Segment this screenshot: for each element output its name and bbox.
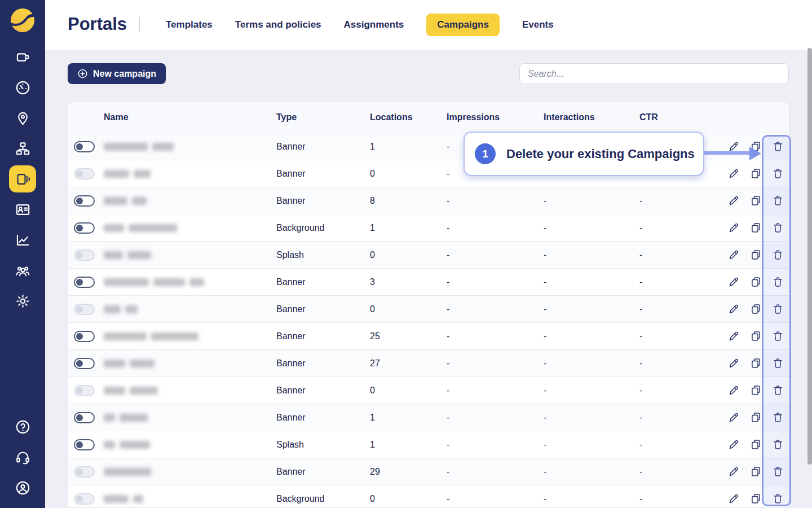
sidebar-item-account[interactable] — [9, 474, 36, 501]
tab-events[interactable]: Events — [522, 14, 554, 36]
delete-button[interactable] — [772, 411, 784, 423]
campaign-impressions: - — [447, 277, 544, 287]
campaign-enabled-toggle[interactable] — [74, 277, 95, 288]
campaign-enabled-toggle[interactable] — [74, 195, 95, 207]
sidebar-item-portals[interactable] — [9, 165, 36, 192]
sidebar-item-analytics[interactable] — [9, 226, 36, 253]
new-campaign-button[interactable]: New campaign — [68, 63, 166, 84]
duplicate-button[interactable] — [750, 276, 762, 288]
duplicate-button[interactable] — [750, 357, 762, 369]
delete-button[interactable] — [772, 357, 784, 369]
campaign-interactions: - — [544, 196, 639, 206]
duplicate-button[interactable] — [750, 466, 762, 478]
row-actions — [722, 357, 789, 369]
duplicate-button[interactable] — [750, 411, 762, 423]
page-title: Portals — [68, 14, 127, 34]
duplicate-button[interactable] — [750, 493, 762, 505]
campaign-ctr: - — [639, 358, 722, 369]
edit-button[interactable] — [728, 439, 740, 450]
campaign-type: Splash — [276, 250, 370, 260]
campaign-enabled-toggle[interactable] — [74, 249, 95, 261]
campaign-impressions: - — [447, 250, 544, 260]
duplicate-button[interactable] — [750, 249, 762, 261]
redacted-text-blob — [130, 360, 155, 367]
sidebar-item-help[interactable] — [9, 413, 36, 440]
sidebar-item-support[interactable] — [9, 444, 36, 471]
edit-button[interactable] — [728, 493, 740, 505]
delete-button[interactable] — [772, 330, 784, 342]
edit-button[interactable] — [728, 330, 740, 342]
sidebar-item-users[interactable] — [9, 257, 36, 284]
sidebar-item-dashboard[interactable] — [9, 74, 36, 101]
duplicate-button[interactable] — [750, 303, 762, 315]
campaign-enabled-toggle[interactable] — [74, 331, 95, 342]
campaign-enabled-toggle[interactable] — [74, 222, 95, 234]
edit-button[interactable] — [728, 222, 740, 234]
trash-icon — [772, 141, 784, 152]
map-pin-icon — [15, 111, 30, 126]
delete-button[interactable] — [772, 493, 784, 505]
campaign-locations: 27 — [370, 358, 447, 369]
duplicate-button[interactable] — [750, 222, 762, 234]
campaign-enabled-toggle[interactable] — [74, 412, 95, 423]
campaign-enabled-toggle[interactable] — [74, 168, 95, 179]
edit-button[interactable] — [728, 195, 740, 207]
trash-icon — [772, 330, 784, 342]
search-input[interactable] — [519, 63, 789, 84]
duplicate-button[interactable] — [750, 384, 762, 396]
portals-app: Portals Templates Terms and policies Ass… — [0, 0, 812, 508]
sidebar-item-hospitality[interactable] — [9, 43, 36, 71]
sidebar-item-locations[interactable] — [9, 104, 36, 132]
duplicate-button[interactable] — [750, 330, 762, 342]
row-actions — [722, 249, 789, 261]
campaign-enabled-toggle[interactable] — [74, 466, 95, 478]
edit-button[interactable] — [728, 466, 740, 478]
toggle-cell — [68, 358, 104, 369]
tab-campaigns[interactable]: Campaigns — [426, 14, 500, 36]
edit-button[interactable] — [728, 168, 740, 179]
tab-assignments[interactable]: Assignments — [344, 14, 404, 36]
delete-button[interactable] — [772, 303, 784, 315]
campaign-ctr: - — [639, 277, 722, 287]
sidebar-item-settings[interactable] — [9, 287, 36, 314]
delete-button[interactable] — [772, 249, 784, 261]
campaign-enabled-toggle[interactable] — [74, 493, 95, 505]
edit-button[interactable] — [728, 384, 740, 396]
campaign-enabled-toggle[interactable] — [74, 141, 95, 152]
tab-terms-and-policies[interactable]: Terms and policies — [235, 14, 321, 36]
campaign-ctr: - — [639, 413, 722, 423]
edit-button[interactable] — [728, 357, 740, 369]
pencil-icon — [728, 195, 740, 207]
campaign-enabled-toggle[interactable] — [74, 385, 95, 396]
delete-button[interactable] — [772, 384, 784, 396]
edit-button[interactable] — [728, 249, 740, 261]
copy-icon — [750, 168, 762, 179]
brand-logo[interactable] — [10, 8, 35, 33]
delete-button[interactable] — [772, 276, 784, 288]
edit-button[interactable] — [728, 303, 740, 315]
campaign-impressions: - — [447, 223, 544, 233]
campaign-enabled-toggle[interactable] — [74, 439, 95, 450]
sidebar-item-contacts[interactable] — [9, 196, 36, 223]
delete-button[interactable] — [772, 439, 784, 450]
duplicate-button[interactable] — [750, 195, 762, 207]
duplicate-button[interactable] — [750, 168, 762, 179]
copy-icon — [750, 357, 762, 369]
row-actions — [722, 168, 789, 179]
sidebar-item-network[interactable] — [9, 135, 36, 162]
delete-button[interactable] — [772, 168, 784, 179]
delete-button[interactable] — [772, 141, 784, 152]
delete-button[interactable] — [772, 466, 784, 478]
campaign-enabled-toggle[interactable] — [74, 304, 95, 315]
edit-button[interactable] — [728, 411, 740, 423]
campaign-enabled-toggle[interactable] — [74, 358, 95, 369]
campaign-name-redacted — [104, 360, 276, 367]
duplicate-button[interactable] — [750, 439, 762, 450]
campaign-name-redacted — [104, 414, 276, 422]
delete-button[interactable] — [772, 195, 784, 207]
edit-button[interactable] — [728, 141, 740, 152]
vertical-scrollbar[interactable] — [807, 48, 812, 465]
tab-templates[interactable]: Templates — [166, 14, 213, 36]
delete-button[interactable] — [772, 222, 784, 234]
edit-button[interactable] — [728, 276, 740, 288]
